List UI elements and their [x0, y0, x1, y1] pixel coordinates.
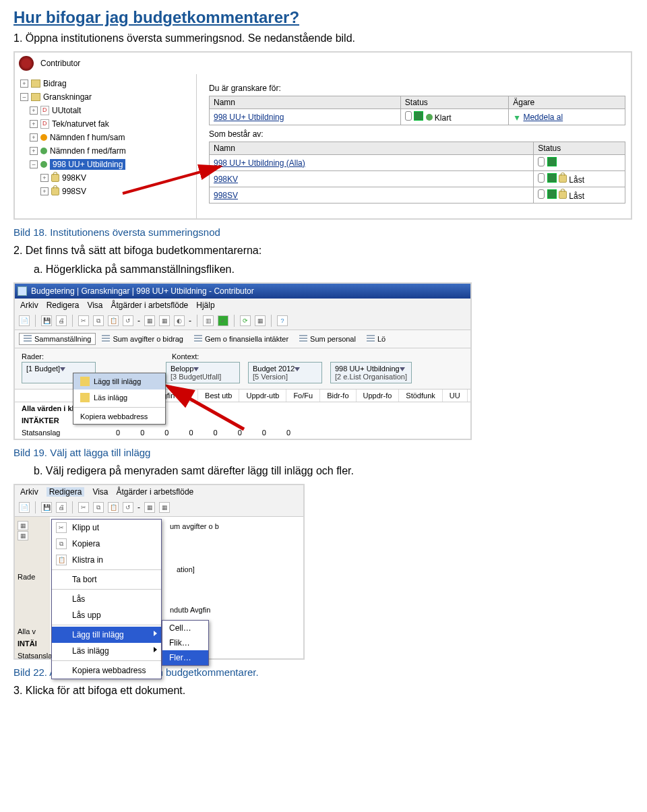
granskare-label: Du är granskare för:	[209, 84, 625, 93]
row-status: Klart	[435, 113, 452, 123]
toolbar-icon[interactable]: ▦	[255, 315, 266, 326]
excel-icon[interactable]	[547, 173, 557, 183]
dropdown-icon[interactable]: ▲	[513, 114, 521, 123]
tree-item-uutotalt[interactable]: + UUtotalt	[20, 104, 193, 117]
ctx-version[interactable]: Budget 2012 [5 Version]	[248, 362, 322, 383]
print-icon[interactable]: 🖨	[56, 315, 67, 326]
svg-line-0	[123, 166, 220, 193]
toolbar-icon[interactable]: 📄	[19, 315, 30, 326]
popup-copy-url[interactable]: Kopiera webbadress	[73, 409, 165, 424]
tab-lo[interactable]: Lö	[362, 333, 390, 345]
toolbar-icon[interactable]: ▦	[144, 315, 155, 326]
popup-read-note[interactable]: Läs inlägg	[73, 389, 165, 406]
toolbar-icon[interactable]: ▦	[159, 502, 170, 513]
paste-icon[interactable]: 📋	[108, 315, 119, 326]
expand-icon[interactable]: +	[30, 120, 38, 128]
copy-icon[interactable]: ⧉	[93, 315, 104, 326]
gutter-icon[interactable]: ▦	[18, 531, 28, 540]
sub-cell[interactable]: Cell…	[162, 621, 208, 635]
paste-icon: 📋	[56, 555, 67, 565]
menu-visa[interactable]: Visa	[87, 301, 102, 310]
tab-label: Gem o finansiella intäkter	[205, 335, 288, 343]
toolbar-icon[interactable]: ▦	[159, 315, 170, 326]
mi-las[interactable]: Lås	[52, 591, 161, 607]
menu-arkiv[interactable]: Arkiv	[20, 487, 38, 497]
copy-icon[interactable]: ⧉	[93, 502, 104, 513]
sub-fler[interactable]: Fler…	[162, 650, 208, 665]
tab-sum-avgifter[interactable]: Sum avgifter o bidrag	[97, 333, 188, 345]
ctx-elist[interactable]: 998 UU+ Utbildning [2 e.List Organisatio…	[330, 362, 412, 383]
col: Stödfunk	[399, 389, 442, 402]
tree-label-selected: 998 UU+ Utbildning	[50, 159, 125, 170]
tree-item-medfarm[interactable]: + Nämnden f med/farm	[20, 144, 193, 158]
mi-kopiera[interactable]: ⧉ Kopiera	[52, 536, 161, 552]
excel-icon[interactable]	[547, 189, 557, 199]
print-icon[interactable]: 🖨	[56, 502, 67, 513]
tree-item-humsam[interactable]: + Nämnden f hum/sam	[20, 131, 193, 144]
toolbar-icon[interactable]: ◐	[174, 315, 185, 326]
expand-icon[interactable]: +	[30, 133, 38, 142]
collapse-icon[interactable]: –	[20, 93, 28, 101]
menu-atgarder[interactable]: Åtgärder i arbetsflöde	[117, 487, 194, 497]
sub-flik[interactable]: Flik…	[162, 635, 208, 650]
mi-lagg-inlagg[interactable]: Lägg till inlägg	[52, 627, 161, 643]
attachment-icon[interactable]	[405, 111, 412, 121]
menu-redigera[interactable]: Redigera	[47, 301, 80, 310]
menu-hjalp[interactable]: Hjälp	[196, 301, 214, 310]
mi-klistra[interactable]: 📋 Klistra in	[52, 552, 161, 568]
help-icon[interactable]: ?	[277, 315, 288, 326]
reviewer-table: Namn Status Ägare 998 UU+ Utbildning Kla…	[209, 96, 625, 125]
mi-tabort[interactable]: Ta bort	[52, 571, 161, 588]
toolbar-icon[interactable]: ▥	[203, 315, 214, 326]
popup-add-note[interactable]: Lägg till inlägg	[73, 373, 165, 389]
cut-icon[interactable]: ✂	[78, 315, 89, 326]
expand-icon[interactable]: +	[40, 174, 49, 182]
status-dot-icon	[40, 161, 47, 168]
menu-redigera[interactable]: Redigera	[47, 487, 85, 497]
mi-webbadress[interactable]: Kopiera webbadress	[52, 662, 161, 679]
attachment-icon[interactable]	[538, 189, 545, 199]
toolbar-icon[interactable]: ▦	[144, 502, 155, 513]
toolbar-icon[interactable]: 📄	[19, 502, 30, 513]
grid-icon	[367, 335, 375, 343]
menu-arkiv[interactable]: Arkiv	[20, 301, 38, 310]
table-row[interactable]: 998 UU+ Utbildning (Alla)	[210, 155, 625, 171]
expand-icon[interactable]: +	[20, 80, 28, 88]
mi-lasupp[interactable]: Lås upp	[52, 607, 161, 623]
tab-sammanstallning[interactable]: Sammanställning	[19, 333, 96, 345]
excel-icon[interactable]	[414, 111, 423, 121]
excel-icon[interactable]	[547, 157, 557, 166]
tab-sum-personal[interactable]: Sum personal	[295, 333, 361, 345]
menu-visa[interactable]: Visa	[92, 487, 108, 497]
expand-icon[interactable]: +	[30, 106, 38, 115]
tree-item-bidrag[interactable]: + Bidrag	[20, 77, 193, 90]
chevron-down-icon	[295, 367, 300, 371]
table-row[interactable]: 998KV Låst	[210, 171, 625, 187]
attachment-icon[interactable]	[538, 173, 545, 183]
check-icon[interactable]: ✓	[218, 315, 228, 326]
gutter-icon[interactable]: ▦	[18, 521, 28, 530]
app-icon	[18, 286, 27, 296]
table-row[interactable]: 998SV Låst	[210, 187, 625, 204]
toolbar-icon[interactable]: ↺	[123, 315, 133, 326]
menu-atgarder[interactable]: Åtgärder i arbetsflöde	[111, 301, 189, 310]
cut-icon[interactable]: ✂	[78, 502, 89, 513]
attachment-icon[interactable]	[538, 157, 545, 166]
owner-link[interactable]: Meddela al	[523, 113, 563, 122]
tree-item-granskningar[interactable]: – Granskningar	[20, 90, 193, 104]
table-row[interactable]: 998 UU+ Utbildning Klart ▲ Meddela al	[210, 109, 625, 125]
mi-klipp[interactable]: ✂ Klipp ut	[52, 520, 161, 536]
tree-item-teknat[interactable]: + Tek/naturvet fak	[20, 117, 193, 131]
expand-icon[interactable]: +	[40, 187, 49, 195]
refresh-icon[interactable]: ⟳	[240, 315, 251, 326]
toolbar-icon[interactable]: ↺	[123, 502, 133, 513]
row-name-link[interactable]: 998 UU+ Utbildning	[214, 113, 284, 122]
save-icon[interactable]: 💾	[41, 502, 52, 513]
expand-icon[interactable]: +	[30, 147, 38, 155]
ctx-belopp[interactable]: Belopp [3 BudgetUtfall]	[166, 362, 240, 383]
paste-icon[interactable]: 📋	[108, 502, 119, 513]
mi-las-inlagg[interactable]: Läs inlägg	[52, 643, 161, 659]
tab-gem-finans[interactable]: Gem o finansiella intäkter	[189, 333, 293, 345]
save-icon[interactable]: 💾	[41, 315, 52, 326]
collapse-icon[interactable]: –	[30, 160, 38, 168]
